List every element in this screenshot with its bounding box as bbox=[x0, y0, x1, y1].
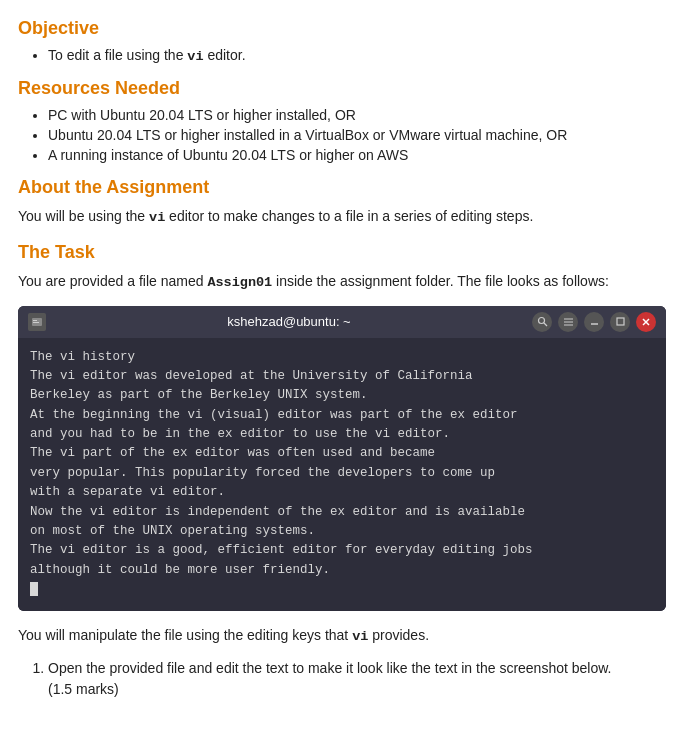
task-section: The Task You are provided a file named A… bbox=[18, 242, 666, 699]
terminal-controls bbox=[532, 312, 656, 332]
terminal-title: kshehzad@ubuntu: ~ bbox=[46, 314, 532, 329]
terminal-icon-svg bbox=[31, 316, 43, 328]
objective-text-after: editor. bbox=[204, 47, 246, 63]
about-text-after: editor to make changes to a file in a se… bbox=[165, 208, 533, 224]
step1-marks: (1.5 marks) bbox=[48, 681, 119, 697]
objective-heading: Objective bbox=[18, 18, 666, 39]
step1-text: Open the provided file and edit the text… bbox=[48, 660, 611, 676]
resources-item-3: A running instance of Ubuntu 20.04 LTS o… bbox=[48, 147, 666, 163]
terminal-restore-btn[interactable] bbox=[610, 312, 630, 332]
objective-text-before: To edit a file using the bbox=[48, 47, 187, 63]
terminal-app-icon bbox=[28, 313, 46, 331]
task-assign-code: Assign01 bbox=[207, 275, 272, 290]
terminal-content: The vi history The vi editor was develop… bbox=[30, 348, 654, 581]
task-intro-before: You are provided a file named bbox=[18, 273, 207, 289]
about-text-before: You will be using the bbox=[18, 208, 149, 224]
svg-rect-1 bbox=[33, 320, 37, 321]
manipulate-before: You will manipulate the file using the e… bbox=[18, 627, 352, 643]
resources-item-1: PC with Ubuntu 20.04 LTS or higher insta… bbox=[48, 107, 666, 123]
terminal-window: kshehzad@ubuntu: ~ bbox=[18, 306, 666, 612]
svg-rect-9 bbox=[617, 318, 624, 325]
terminal-cursor bbox=[30, 582, 38, 596]
task-intro: You are provided a file named Assign01 i… bbox=[18, 271, 666, 293]
close-icon bbox=[641, 317, 651, 327]
objective-vi-bold: vi bbox=[187, 49, 203, 64]
terminal-search-btn[interactable] bbox=[532, 312, 552, 332]
terminal-titlebar-left bbox=[28, 313, 46, 331]
terminal-menu-btn[interactable] bbox=[558, 312, 578, 332]
terminal-close-btn[interactable] bbox=[636, 312, 656, 332]
terminal-body: The vi history The vi editor was develop… bbox=[18, 338, 666, 612]
objective-list: To edit a file using the vi editor. bbox=[48, 47, 666, 64]
resources-heading: Resources Needed bbox=[18, 78, 666, 99]
resources-section: Resources Needed PC with Ubuntu 20.04 LT… bbox=[18, 78, 666, 163]
resources-list: PC with Ubuntu 20.04 LTS or higher insta… bbox=[48, 107, 666, 163]
about-vi-bold: vi bbox=[149, 210, 165, 225]
manipulate-vi-bold: vi bbox=[352, 629, 368, 644]
menu-icon bbox=[563, 317, 574, 326]
svg-point-3 bbox=[538, 318, 544, 324]
objective-section: Objective To edit a file using the vi ed… bbox=[18, 18, 666, 64]
svg-line-4 bbox=[544, 323, 547, 326]
manipulate-text: You will manipulate the file using the e… bbox=[18, 625, 666, 647]
task-intro-after: inside the assignment folder. The file l… bbox=[272, 273, 609, 289]
about-section: About the Assignment You will be using t… bbox=[18, 177, 666, 228]
about-heading: About the Assignment bbox=[18, 177, 666, 198]
about-text: You will be using the vi editor to make … bbox=[18, 206, 666, 228]
restore-icon bbox=[615, 316, 626, 327]
resources-item-2: Ubuntu 20.04 LTS or higher installed in … bbox=[48, 127, 666, 143]
manipulate-after: provides. bbox=[368, 627, 429, 643]
task-steps: Open the provided file and edit the text… bbox=[48, 658, 666, 700]
objective-item: To edit a file using the vi editor. bbox=[48, 47, 666, 64]
task-step-1: Open the provided file and edit the text… bbox=[48, 658, 666, 700]
task-heading: The Task bbox=[18, 242, 666, 263]
svg-rect-2 bbox=[33, 322, 39, 323]
terminal-minimize-btn[interactable] bbox=[584, 312, 604, 332]
search-icon bbox=[537, 316, 548, 327]
terminal-titlebar: kshehzad@ubuntu: ~ bbox=[18, 306, 666, 338]
minimize-icon bbox=[589, 316, 600, 327]
